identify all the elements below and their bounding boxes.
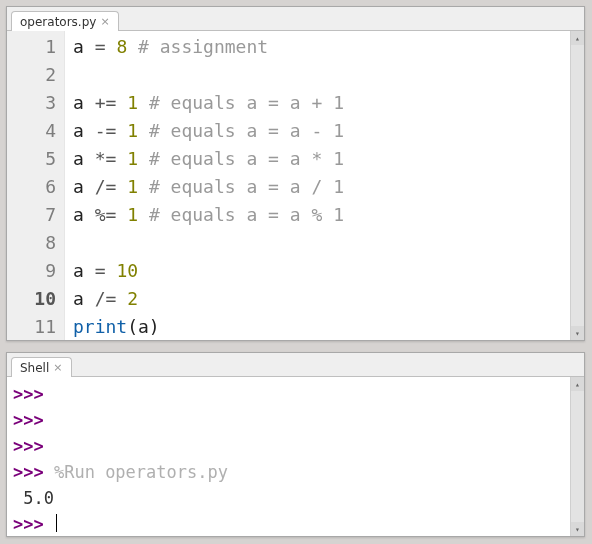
- code-token: [116, 288, 127, 309]
- code-line[interactable]: a = 8 # assignment: [73, 33, 570, 61]
- code-token: 8: [116, 36, 127, 57]
- code-token: # equals a = a / 1: [149, 176, 344, 197]
- code-token: [116, 176, 127, 197]
- code-token: [106, 260, 117, 281]
- code-token: *=: [95, 148, 117, 169]
- shell-prompt-line: >>> %Run operators.py: [13, 459, 564, 485]
- code-token: [138, 204, 149, 225]
- code-token: # assignment: [138, 36, 268, 57]
- line-number: 5: [7, 145, 56, 173]
- editor-scrollbar[interactable]: ▴ ▾: [570, 31, 584, 340]
- prompt-icon: >>>: [13, 410, 44, 430]
- prompt-icon: >>>: [13, 514, 44, 534]
- shell-scrollbar[interactable]: ▴ ▾: [570, 377, 584, 536]
- code-token: a: [73, 148, 95, 169]
- line-number: 10: [7, 285, 56, 313]
- code-token: a: [73, 120, 95, 141]
- code-token: [138, 120, 149, 141]
- code-line[interactable]: a /= 2: [73, 285, 570, 313]
- line-number: 4: [7, 117, 56, 145]
- code-token: [106, 36, 117, 57]
- prompt-icon: >>>: [13, 462, 44, 482]
- editor-pane: operators.py × 1234567891011 a = 8 # ass…: [6, 6, 585, 341]
- code-token: a: [73, 36, 95, 57]
- prompt-icon: >>>: [13, 436, 44, 456]
- code-line[interactable]: [73, 229, 570, 257]
- code-token: [116, 148, 127, 169]
- line-number: 3: [7, 89, 56, 117]
- code-token: [116, 204, 127, 225]
- code-token: # equals a = a + 1: [149, 92, 344, 113]
- scroll-up-icon[interactable]: ▴: [571, 31, 584, 45]
- scroll-down-icon[interactable]: ▾: [571, 326, 584, 340]
- code-token: /=: [95, 176, 117, 197]
- text-cursor: [56, 514, 57, 532]
- code-token: [138, 176, 149, 197]
- code-token: print: [73, 316, 127, 337]
- line-number: 7: [7, 201, 56, 229]
- line-number: 8: [7, 229, 56, 257]
- code-token: [138, 148, 149, 169]
- code-token: 10: [116, 260, 138, 281]
- code-token: a: [73, 260, 95, 281]
- code-token: [127, 36, 138, 57]
- code-token: 1: [127, 148, 138, 169]
- code-line[interactable]: [73, 61, 570, 89]
- code-token: # equals a = a % 1: [149, 204, 344, 225]
- code-token: 2: [127, 288, 138, 309]
- code-token: -=: [95, 120, 117, 141]
- code-line[interactable]: a -= 1 # equals a = a - 1: [73, 117, 570, 145]
- code-token: +=: [95, 92, 117, 113]
- shell-output[interactable]: >>>>>>>>>>>> %Run operators.py 5.0>>>: [7, 377, 570, 536]
- code-token: # equals a = a * 1: [149, 148, 344, 169]
- close-icon[interactable]: ×: [53, 362, 62, 373]
- code-line[interactable]: print(a): [73, 313, 570, 340]
- code-token: =: [95, 260, 106, 281]
- prompt-icon: >>>: [13, 384, 44, 404]
- line-number: 9: [7, 257, 56, 285]
- code-token: a: [73, 176, 95, 197]
- code-token: 1: [127, 204, 138, 225]
- code-line[interactable]: a = 10: [73, 257, 570, 285]
- code-line[interactable]: a %= 1 # equals a = a % 1: [73, 201, 570, 229]
- code-line[interactable]: a *= 1 # equals a = a * 1: [73, 145, 570, 173]
- code-token: a: [73, 92, 95, 113]
- code-token: /=: [95, 288, 117, 309]
- code-line[interactable]: a += 1 # equals a = a + 1: [73, 89, 570, 117]
- line-number: 2: [7, 61, 56, 89]
- scroll-up-icon[interactable]: ▴: [571, 377, 584, 391]
- code-token: [116, 120, 127, 141]
- shell-text: %Run operators.py: [44, 462, 228, 482]
- code-token: %=: [95, 204, 117, 225]
- shell-tabbar: Shell ×: [7, 353, 584, 377]
- shell-content: >>>>>>>>>>>> %Run operators.py 5.0>>> ▴ …: [7, 377, 584, 536]
- editor-tab-operators[interactable]: operators.py ×: [11, 11, 119, 31]
- editor-content: 1234567891011 a = 8 # assignmenta += 1 #…: [7, 31, 584, 340]
- code-token: 1: [127, 176, 138, 197]
- shell-tab[interactable]: Shell ×: [11, 357, 72, 377]
- line-number: 6: [7, 173, 56, 201]
- shell-output-line: 5.0: [13, 485, 564, 511]
- code-editor[interactable]: 1234567891011 a = 8 # assignmenta += 1 #…: [7, 31, 570, 340]
- editor-tab-label: operators.py: [20, 15, 96, 29]
- code-token: [138, 92, 149, 113]
- line-number: 11: [7, 313, 56, 340]
- shell-prompt-line: >>>: [13, 433, 564, 459]
- shell-prompt-line: >>>: [13, 407, 564, 433]
- code-token: 1: [127, 92, 138, 113]
- shell-prompt-line: >>>: [13, 511, 564, 536]
- code-area[interactable]: a = 8 # assignmenta += 1 # equals a = a …: [65, 31, 570, 340]
- line-number-gutter: 1234567891011: [7, 31, 65, 340]
- code-token: (a): [127, 316, 160, 337]
- close-icon[interactable]: ×: [100, 16, 109, 27]
- code-token: a: [73, 204, 95, 225]
- shell-prompt-line: >>>: [13, 381, 564, 407]
- code-token: 1: [127, 120, 138, 141]
- scroll-down-icon[interactable]: ▾: [571, 522, 584, 536]
- shell-tab-label: Shell: [20, 361, 49, 375]
- code-line[interactable]: a /= 1 # equals a = a / 1: [73, 173, 570, 201]
- editor-tabbar: operators.py ×: [7, 7, 584, 31]
- shell-pane: Shell × >>>>>>>>>>>> %Run operators.py 5…: [6, 352, 585, 537]
- shell-text: 5.0: [13, 488, 54, 508]
- code-token: [116, 92, 127, 113]
